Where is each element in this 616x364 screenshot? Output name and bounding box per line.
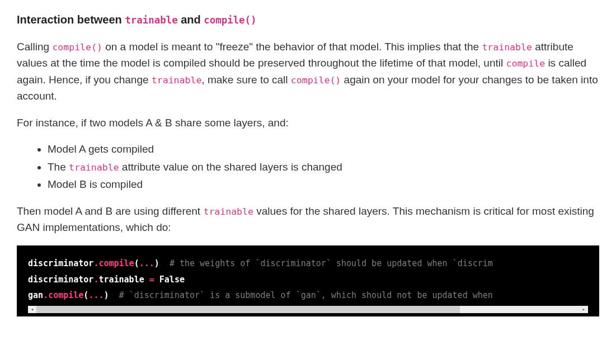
inline-code-trainable: trainable xyxy=(203,206,253,217)
code-token-arg: ... xyxy=(88,290,104,300)
code-space xyxy=(159,258,170,268)
text: on a model is meant to "freeze" the beha… xyxy=(102,41,482,53)
code-space xyxy=(154,275,159,285)
code-line-2: discriminator.trainable = False xyxy=(28,272,588,288)
code-token-func: compile xyxy=(98,258,134,268)
code-token-name: trainable xyxy=(98,275,144,285)
inline-code-trainable: trainable xyxy=(69,162,119,173)
text: , make sure to call xyxy=(201,74,290,86)
inline-code-compile: compile() xyxy=(52,42,102,53)
inline-code-compile: compile() xyxy=(291,75,341,86)
code-token-paren: ) xyxy=(104,290,109,300)
bullet-list: Model A gets compiled The trainable attr… xyxy=(17,141,599,192)
heading-text: Interaction between xyxy=(17,13,125,26)
code-token-keyword: False xyxy=(159,275,185,285)
code-token-func: compile xyxy=(48,290,83,300)
text: attribute value on the shared layers is … xyxy=(119,161,342,173)
code-token-paren: ( xyxy=(134,258,139,268)
text: Calling xyxy=(17,41,52,53)
scroll-left-arrow-icon[interactable]: ◂ xyxy=(28,306,36,313)
code-token-comment: # the weights of `discriminator` should … xyxy=(170,258,493,268)
text: The xyxy=(48,161,69,173)
paragraph-2: For instance, if two models A & B share … xyxy=(17,115,599,131)
code-token-name: gan xyxy=(28,290,43,300)
code-token-dot: . xyxy=(43,290,48,300)
code-line-1: discriminator.compile(...) # the weights… xyxy=(28,256,588,272)
heading-code-compile: compile() xyxy=(204,15,256,26)
paragraph-1: Calling compile() on a model is meant to… xyxy=(17,39,599,105)
code-block: discriminator.compile(...) # the weights… xyxy=(17,245,599,316)
list-item: Model A gets compiled xyxy=(48,141,599,157)
code-line-3: gan.compile(...) # `discriminator` is a … xyxy=(28,287,588,304)
inline-code-compile: compile xyxy=(506,58,546,69)
text: Then model A and B are using different xyxy=(17,205,203,217)
scrollbar-thumb[interactable] xyxy=(36,306,460,313)
code-token-name: discriminator xyxy=(28,258,93,268)
code-token-name: discriminator xyxy=(28,275,93,285)
paragraph-3: Then model A and B are using different t… xyxy=(17,203,599,236)
code-token-paren: ) xyxy=(154,258,159,268)
code-token-op: = xyxy=(149,275,154,285)
heading-code-trainable: trainable xyxy=(125,15,177,26)
inline-code-trainable: trainable xyxy=(482,42,532,53)
code-token-arg: ... xyxy=(139,258,154,268)
code-token-comment: # `discriminator` is a submodel of `gan`… xyxy=(119,290,493,300)
code-space xyxy=(109,290,119,300)
scrollbar-track[interactable] xyxy=(36,306,580,313)
scroll-right-arrow-icon[interactable]: ▸ xyxy=(580,306,588,313)
code-space xyxy=(144,275,149,285)
list-item: Model B is compiled xyxy=(48,176,599,192)
list-item: The trainable attribute value on the sha… xyxy=(48,159,599,175)
section-heading: Interaction between trainable and compil… xyxy=(17,11,599,29)
horizontal-scrollbar[interactable]: ◂▸ xyxy=(28,306,588,313)
heading-text: and xyxy=(178,13,204,26)
inline-code-trainable: trainable xyxy=(152,75,202,86)
